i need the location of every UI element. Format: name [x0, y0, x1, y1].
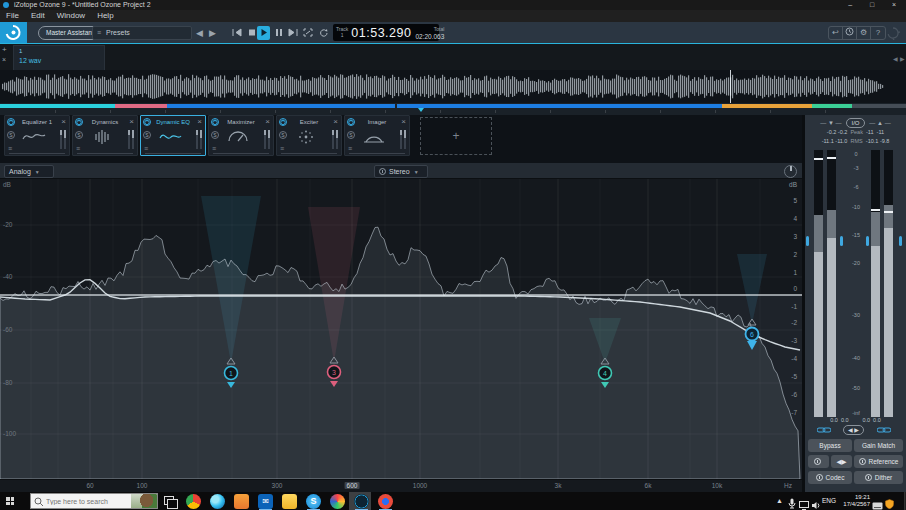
history-clock-icon[interactable]	[843, 27, 857, 39]
loop-region-icon[interactable]	[301, 26, 314, 40]
module-menu-icon[interactable]: ≡	[212, 146, 216, 152]
chrome-icon[interactable]	[186, 494, 201, 509]
fader-handle-out-l[interactable]	[866, 236, 869, 246]
codec-button[interactable]: Codec	[808, 471, 852, 484]
color-app-icon[interactable]	[330, 494, 345, 509]
module-menu-icon[interactable]: ≡	[280, 146, 284, 152]
display-icon[interactable]	[799, 496, 809, 510]
module-power-icon[interactable]	[211, 118, 219, 126]
taskbar-clock[interactable]: 19:2117/4/2567	[836, 494, 870, 508]
module-power-icon[interactable]	[347, 118, 355, 126]
help-icon[interactable]: ?	[871, 27, 885, 39]
module-card-imager[interactable]: Imager×S≡	[344, 115, 410, 156]
close-button[interactable]: ×	[884, 0, 904, 10]
refresh-icon[interactable]	[317, 26, 330, 40]
module-close-icon[interactable]: ×	[265, 117, 270, 126]
module-menu-icon[interactable]: ≡	[144, 146, 148, 152]
timeline-segment-orange[interactable]	[722, 104, 812, 108]
file-explorer-icon[interactable]	[282, 494, 297, 509]
eq-mode-dropdown[interactable]: Analog▼	[4, 165, 54, 178]
channel-mode-dropdown[interactable]: Stereo▼	[374, 165, 428, 178]
module-solo-button[interactable]: S	[75, 131, 83, 139]
module-menu-icon[interactable]: ≡	[76, 146, 80, 152]
taskbar-search[interactable]	[30, 493, 158, 509]
module-menu-icon[interactable]: ≡	[8, 146, 12, 152]
module-close-icon[interactable]: ×	[401, 117, 406, 126]
eq-spectrum-display[interactable]: 1346dB-20-40-60-80-100dB543210-1-2-3-4-5…	[0, 179, 802, 479]
tab-scroll-left-icon[interactable]: ◀	[893, 55, 898, 62]
module-power-icon[interactable]	[7, 118, 15, 126]
mail-icon[interactable]: ✉	[258, 494, 273, 509]
edge-icon[interactable]	[210, 494, 225, 509]
module-solo-button[interactable]: S	[279, 131, 287, 139]
presets-dropdown[interactable]: ≡Presets	[92, 26, 192, 40]
tab-12-wav[interactable]: 1 12 wav	[13, 45, 105, 70]
module-power-icon[interactable]	[279, 118, 287, 126]
preset-next-button[interactable]: ▶	[209, 26, 216, 40]
module-solo-button[interactable]: S	[211, 131, 219, 139]
module-power-icon[interactable]	[143, 118, 151, 126]
module-solo-button[interactable]: S	[143, 131, 151, 139]
add-tab-button[interactable]: +	[2, 45, 7, 54]
monitor-power-button[interactable]	[808, 455, 829, 468]
module-close-icon[interactable]: ×	[197, 117, 202, 126]
tray-chevron-icon[interactable]: ▲	[776, 497, 783, 504]
module-power-icon[interactable]	[75, 118, 83, 126]
maximize-button[interactable]: □	[862, 0, 882, 10]
output-link-icon[interactable]	[877, 427, 891, 433]
timeline-segment-pink[interactable]	[115, 104, 167, 108]
module-close-icon[interactable]: ×	[61, 117, 66, 126]
waveform-overview[interactable]	[0, 70, 906, 103]
reference-button[interactable]: Reference	[854, 455, 903, 468]
bypass-button[interactable]: Bypass	[808, 439, 852, 452]
ozone-active-icon[interactable]	[354, 494, 369, 509]
swap-arrows-button[interactable]: ◀▶	[831, 455, 852, 468]
module-card-exciter[interactable]: Exciter×S≡	[276, 115, 342, 156]
microphone-icon[interactable]	[788, 495, 796, 510]
module-card-equalizer-1[interactable]: Equalizer 1×S≡	[4, 115, 70, 156]
menu-window[interactable]: Window	[51, 11, 91, 20]
task-view-icon[interactable]	[164, 496, 174, 505]
touch-keyboard-icon[interactable]	[872, 496, 883, 510]
io-button[interactable]: I/O	[846, 118, 864, 128]
timeline-ruler[interactable]	[0, 103, 906, 115]
input-link-icon[interactable]	[817, 427, 831, 433]
fader-handle-out-r[interactable]	[899, 236, 902, 246]
timeline-segment-cyan[interactable]	[0, 104, 115, 108]
module-card-dynamic-eq[interactable]: Dynamic EQ×S≡	[140, 115, 206, 156]
module-solo-button[interactable]: S	[347, 131, 355, 139]
settings-gear-icon[interactable]: ⚙	[857, 27, 871, 39]
level-meter-in-r[interactable]	[827, 150, 836, 417]
fader-handle-in-l[interactable]	[806, 236, 809, 246]
loop-marker-icon[interactable]	[418, 108, 424, 112]
undo-icon[interactable]: ↩	[829, 27, 843, 39]
module-close-icon[interactable]: ×	[333, 117, 338, 126]
module-card-dynamics[interactable]: Dynamics×S≡	[72, 115, 138, 156]
language-indicator[interactable]: ENG	[822, 497, 836, 504]
close-tab-button[interactable]: ×	[2, 56, 6, 63]
fast-forward-button[interactable]	[286, 26, 299, 40]
level-meter-out-l[interactable]	[871, 150, 880, 417]
module-card-maximizer[interactable]: Maximizer×S≡	[208, 115, 274, 156]
timeline-segment-blue-1[interactable]	[167, 104, 395, 108]
level-meter-in-l[interactable]	[814, 150, 823, 417]
input-fader-arrow-icon[interactable]: — ▼ —	[820, 120, 845, 126]
level-meter-out-r[interactable]	[884, 150, 893, 417]
store-icon[interactable]	[234, 494, 249, 509]
red-circle-app-icon[interactable]	[378, 494, 393, 509]
start-button[interactable]	[6, 497, 14, 505]
skype-icon[interactable]: S	[306, 494, 321, 509]
output-fader-arrow-icon[interactable]: — ▲ —	[866, 120, 891, 126]
timeline-segment-green[interactable]	[812, 104, 852, 108]
tab-scroll-right-icon[interactable]: ▶	[900, 55, 905, 62]
minimize-button[interactable]: –	[840, 0, 860, 10]
menu-edit[interactable]: Edit	[25, 11, 51, 20]
module-close-icon[interactable]: ×	[129, 117, 134, 126]
menu-help[interactable]: Help	[91, 11, 119, 20]
preset-prev-button[interactable]: ◀	[196, 26, 203, 40]
module-solo-button[interactable]: S	[7, 131, 15, 139]
gain-match-button[interactable]: Gain Match	[854, 439, 903, 452]
search-daily-image[interactable]	[131, 494, 157, 508]
fader-handle-in-r[interactable]	[840, 236, 843, 246]
meter-options-button[interactable]: ◀ ▶	[843, 425, 864, 435]
